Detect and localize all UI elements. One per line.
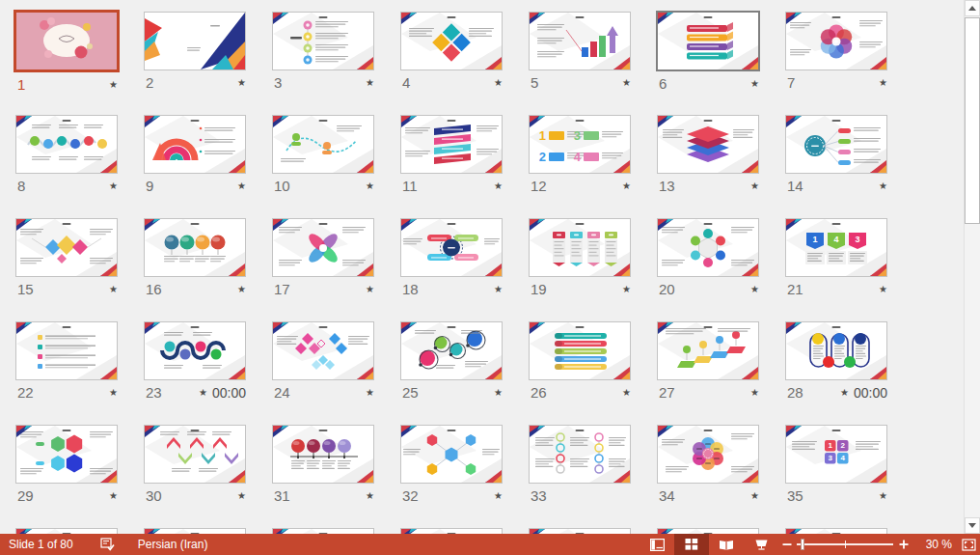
slide-thumbnail-27[interactable]: [657, 321, 759, 380]
slide-number: 20: [657, 281, 675, 297]
slide-thumbnail-19[interactable]: [529, 218, 631, 277]
slideshow-button[interactable]: [744, 534, 778, 555]
spellcheck-button[interactable]: [92, 534, 123, 555]
slide-meta: 24★: [272, 384, 374, 401]
transition-star-icon[interactable]: ★: [879, 491, 887, 501]
status-bar: Slide 1 of 80 Persian (Iran): [0, 534, 980, 555]
zoom-slider[interactable]: [797, 534, 893, 555]
slide-thumbnail-9[interactable]: [144, 115, 246, 174]
slide-number: 26: [529, 384, 547, 401]
transition-star-icon[interactable]: ★: [237, 285, 246, 294]
slide-thumbnail-2[interactable]: [144, 12, 246, 70]
slide-thumbnail-10[interactable]: [272, 115, 374, 174]
slide-thumbnail-31[interactable]: [272, 425, 374, 484]
transition-star-icon[interactable]: ★: [494, 285, 503, 294]
transition-star-icon[interactable]: ★: [750, 388, 759, 398]
scroll-down-button[interactable]: [965, 517, 980, 534]
slide-thumbnail-15[interactable]: [15, 218, 118, 277]
slide-thumbnail-17[interactable]: [272, 218, 374, 277]
slide-thumbnail-6[interactable]: [656, 11, 760, 71]
transition-star-icon[interactable]: ★: [366, 78, 374, 88]
slide-cell-18: 18★: [400, 218, 529, 321]
slide-thumbnail-26[interactable]: [529, 321, 631, 380]
transition-star-icon[interactable]: ★: [622, 388, 631, 398]
slide-thumbnail-22[interactable]: [15, 321, 118, 380]
slide-thumbnail-35[interactable]: 1234: [785, 425, 887, 484]
transition-star-icon[interactable]: ★: [237, 181, 246, 191]
transition-star-icon[interactable]: ★: [109, 491, 118, 501]
transition-star-icon[interactable]: ★: [622, 285, 631, 294]
transition-star-icon[interactable]: ★: [750, 181, 759, 191]
slide-thumbnail-23[interactable]: [144, 321, 246, 380]
transition-star-icon[interactable]: ★: [622, 181, 631, 191]
slide-cell-20: 20★: [657, 218, 785, 321]
slide-thumbnail-33[interactable]: [529, 425, 631, 484]
transition-star-icon[interactable]: ★: [879, 285, 887, 294]
transition-star-icon[interactable]: ★: [879, 181, 887, 191]
fit-to-window-button[interactable]: [958, 534, 979, 555]
normal-view-button[interactable]: [640, 534, 674, 555]
transition-star-icon[interactable]: ★: [109, 181, 118, 191]
slide-thumbnail-4[interactable]: [400, 12, 503, 70]
slide-thumbnail-5[interactable]: [529, 12, 631, 70]
transition-star-icon[interactable]: ★: [879, 78, 887, 88]
slide-thumbnail-30[interactable]: [144, 425, 246, 484]
transition-star-icon[interactable]: ★: [366, 181, 374, 191]
transition-star-icon[interactable]: ★: [750, 491, 759, 501]
transition-star-icon[interactable]: ★: [494, 78, 503, 88]
transition-star-icon[interactable]: ★: [366, 285, 374, 294]
slide-thumbnail-3[interactable]: [272, 12, 374, 70]
transition-star-icon[interactable]: ★: [494, 491, 503, 501]
reading-view-button[interactable]: [709, 534, 744, 555]
status-bar-right: 30 %: [640, 534, 980, 555]
transition-star-icon[interactable]: ★: [366, 388, 374, 398]
transition-star-icon[interactable]: ★: [199, 388, 207, 398]
zoom-slider-knob[interactable]: [801, 539, 804, 550]
slide-thumbnail-29[interactable]: [15, 425, 118, 484]
transition-star-icon[interactable]: ★: [237, 491, 246, 501]
zoom-percent[interactable]: 30 %: [912, 538, 958, 551]
slide-thumbnail-16[interactable]: [144, 218, 246, 277]
slide-thumbnail-24[interactable]: [272, 321, 374, 380]
slide-meta: 1★: [15, 76, 118, 93]
slide-sorter-view-button[interactable]: [674, 534, 709, 555]
zoom-in-button[interactable]: [895, 534, 912, 555]
language-indicator[interactable]: Persian (Iran): [129, 534, 217, 555]
slide-number: 23: [144, 384, 162, 401]
transition-star-icon[interactable]: ★: [750, 79, 759, 89]
transition-time: 00:00: [212, 385, 246, 401]
slide-indicator[interactable]: Slide 1 of 80: [0, 534, 82, 555]
transition-star-icon[interactable]: ★: [109, 285, 118, 294]
svg-text:3: 3: [855, 235, 859, 244]
transition-star-icon[interactable]: ★: [494, 388, 503, 398]
vertical-scrollbar[interactable]: [964, 0, 980, 534]
slide-thumbnail-18[interactable]: [400, 218, 503, 277]
slide-meta: 17★: [272, 281, 374, 297]
slide-thumbnail-21[interactable]: 143: [785, 218, 887, 277]
transition-star-icon[interactable]: ★: [237, 78, 246, 88]
slide-number: 28: [785, 384, 803, 401]
slide-thumbnail-34[interactable]: [657, 425, 759, 484]
zoom-out-button[interactable]: [778, 534, 795, 555]
slide-thumbnail-20[interactable]: [657, 218, 759, 277]
transition-star-icon[interactable]: ★: [494, 181, 503, 191]
slide-thumbnail-12[interactable]: 1324: [529, 115, 631, 174]
slide-thumbnail-28[interactable]: [785, 321, 887, 380]
slide-thumbnail-1[interactable]: [14, 10, 120, 72]
slide-thumbnail-14[interactable]: [785, 115, 887, 174]
slide-thumbnail-32[interactable]: [400, 425, 503, 484]
transition-star-icon[interactable]: ★: [109, 388, 118, 398]
slide-thumbnail-11[interactable]: [400, 115, 503, 174]
slide-thumbnail-13[interactable]: [657, 115, 759, 174]
transition-star-icon[interactable]: ★: [366, 491, 374, 501]
transition-star-icon[interactable]: ★: [109, 80, 118, 90]
slide-thumbnail-7[interactable]: [785, 12, 887, 70]
scroll-up-button[interactable]: [965, 0, 980, 16]
slide-thumbnail-25[interactable]: [400, 321, 503, 380]
slide-number: 25: [400, 384, 419, 401]
slide-thumbnail-8[interactable]: [15, 115, 118, 174]
scrollbar-thumb[interactable]: [965, 17, 980, 224]
transition-star-icon[interactable]: ★: [750, 285, 759, 294]
transition-star-icon[interactable]: ★: [840, 388, 849, 398]
transition-star-icon[interactable]: ★: [622, 78, 631, 88]
